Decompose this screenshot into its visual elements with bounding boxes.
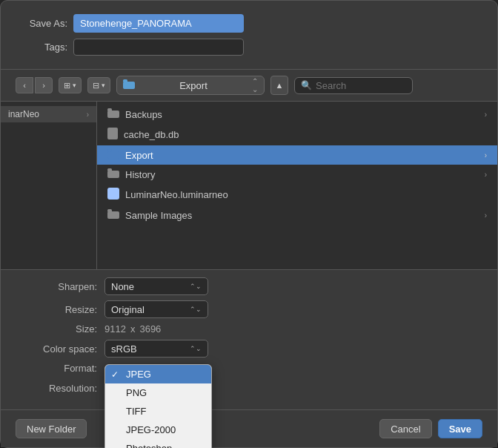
- folder-icon: [107, 168, 119, 180]
- format-option-jpeg2000[interactable]: JPEG-2000: [105, 421, 211, 439]
- color-space-row: Color space: sRGB ⌃⌄: [16, 340, 482, 358]
- location-dropdown[interactable]: Export ⌃⌄: [116, 76, 265, 95]
- location-folder-icon: [123, 79, 135, 91]
- search-input[interactable]: [316, 80, 406, 91]
- checkmark-icon: ✓: [111, 369, 119, 380]
- forward-button[interactable]: ›: [35, 77, 53, 93]
- item-name: History: [125, 169, 155, 180]
- view-chevron-icon: ▾: [73, 82, 76, 89]
- view-grid-button[interactable]: ⊟ ▾: [87, 77, 110, 93]
- location-label: Export: [179, 80, 208, 91]
- resize-label: Resize:: [16, 304, 97, 315]
- save-dialog: Save As: Tags: ‹ › ⊞ ▾ ⊟ ▾: [0, 0, 498, 448]
- save-as-label: Save As:: [16, 18, 67, 29]
- expand-button[interactable]: ▲: [270, 76, 288, 95]
- format-option-jpeg[interactable]: ✓ JPEG: [105, 365, 211, 383]
- item-name: Sample Images: [125, 210, 192, 221]
- settings-panel: Sharpen: None ⌃⌄ Resize: Original ⌃⌄ Siz…: [1, 269, 497, 409]
- sharpen-chevron-icon: ⌃⌄: [190, 283, 202, 290]
- format-option-label: JPEG: [126, 369, 151, 380]
- folder-selected-icon: [107, 149, 119, 161]
- sharpen-dropdown[interactable]: None ⌃⌄: [104, 277, 208, 295]
- resize-dropdown[interactable]: Original ⌃⌄: [104, 300, 208, 318]
- svg-rect-9: [107, 188, 119, 200]
- format-option-label: JPEG-2000: [126, 424, 176, 435]
- new-folder-button[interactable]: New Folder: [16, 419, 87, 438]
- main-panel: Backups › cache_db.db Export ›: [97, 102, 497, 269]
- cancel-button[interactable]: Cancel: [379, 419, 431, 438]
- chevron-right-icon: ›: [485, 111, 487, 119]
- list-item[interactable]: LuminarNeo.luminarneo: [97, 184, 497, 205]
- svg-rect-4: [107, 128, 118, 139]
- sidebar-label: inarNeo: [8, 109, 39, 119]
- list-item[interactable]: Sample Images ›: [97, 205, 497, 225]
- resize-value: Original: [111, 304, 145, 315]
- sidebar-chevron-icon: ›: [87, 111, 89, 119]
- filename-input[interactable]: [73, 14, 244, 33]
- format-option-tiff[interactable]: TIFF: [105, 402, 211, 421]
- color-space-label: Color space:: [16, 343, 97, 355]
- view-columns-button[interactable]: ⊞ ▾: [59, 77, 82, 93]
- size-label: Size:: [16, 323, 97, 335]
- sidebar-panel: inarNeo ›: [1, 102, 97, 269]
- location-chevrons-icon: ⌃⌄: [252, 77, 258, 93]
- format-row: Format: ✓ JPEG PNG TIFF JPEG-2000 Photos…: [16, 363, 482, 374]
- chevron-right-icon: ›: [485, 211, 487, 220]
- list-item[interactable]: History ›: [97, 165, 497, 184]
- chevron-right-icon: ›: [485, 171, 487, 179]
- sharpen-label: Sharpen:: [16, 281, 97, 292]
- item-name: LuminarNeo.luminarneo: [125, 189, 228, 200]
- resize-row: Resize: Original ⌃⌄: [16, 300, 482, 318]
- svg-rect-8: [107, 168, 112, 171]
- app-icon: [107, 188, 119, 202]
- svg-rect-5: [107, 151, 119, 159]
- resolution-row: Resolution: px/inch ⌃⌄: [16, 379, 482, 397]
- svg-rect-2: [107, 111, 119, 118]
- file-browser: inarNeo › Backups › cache_db.db: [1, 102, 497, 269]
- svg-rect-6: [107, 149, 112, 152]
- resize-chevron-icon: ⌃⌄: [190, 306, 202, 313]
- expand-icon: ▲: [276, 81, 284, 90]
- size-width: 9112: [104, 323, 126, 335]
- list-item[interactable]: cache_db.db: [97, 124, 497, 145]
- color-space-dropdown[interactable]: sRGB ⌃⌄: [104, 340, 208, 358]
- tags-label: Tags:: [16, 42, 67, 53]
- sharpen-row: Sharpen: None ⌃⌄: [16, 277, 482, 295]
- nav-buttons: ‹ ›: [16, 77, 53, 93]
- item-name: Export: [125, 150, 153, 161]
- list-item-export[interactable]: Export ›: [97, 145, 497, 165]
- view2-chevron-icon: ▾: [102, 82, 105, 89]
- size-height: 3696: [139, 323, 161, 335]
- item-name: Backups: [125, 109, 162, 120]
- file-icon: [107, 128, 118, 142]
- back-button[interactable]: ‹: [16, 77, 33, 93]
- grid-icon: ⊟: [93, 81, 99, 90]
- save-as-row: Save As:: [16, 14, 482, 33]
- search-box: 🔍: [294, 77, 413, 94]
- size-values: 9112 x 3696: [104, 323, 161, 335]
- color-space-chevron-icon: ⌃⌄: [190, 345, 202, 352]
- top-section: Save As: Tags:: [1, 1, 497, 70]
- format-option-png[interactable]: PNG: [105, 383, 211, 402]
- chevron-right-icon: ›: [485, 151, 487, 159]
- list-item[interactable]: Backups ›: [97, 105, 497, 124]
- svg-rect-7: [107, 171, 119, 178]
- svg-rect-11: [107, 209, 112, 212]
- save-button[interactable]: Save: [438, 419, 482, 438]
- size-x: x: [130, 323, 136, 335]
- resolution-label: Resolution:: [16, 383, 97, 394]
- sidebar-item-luminarneo[interactable]: inarNeo ›: [1, 106, 96, 122]
- svg-rect-1: [123, 79, 127, 82]
- folder-icon: [107, 108, 119, 120]
- color-space-value: sRGB: [111, 343, 137, 355]
- format-option-label: Photoshop: [126, 443, 172, 448]
- svg-rect-3: [107, 108, 112, 111]
- format-popup: ✓ JPEG PNG TIFF JPEG-2000 Photoshop PDF: [104, 364, 212, 448]
- tags-input[interactable]: [73, 39, 244, 56]
- svg-rect-0: [123, 82, 135, 89]
- columns-icon: ⊞: [64, 81, 70, 90]
- size-row: Size: 9112 x 3696: [16, 323, 482, 335]
- format-option-label: PNG: [126, 387, 147, 398]
- toolbar: ‹ › ⊞ ▾ ⊟ ▾ Export ⌃⌄ ▲ 🔍: [1, 70, 497, 102]
- format-option-photoshop[interactable]: Photoshop: [105, 439, 211, 448]
